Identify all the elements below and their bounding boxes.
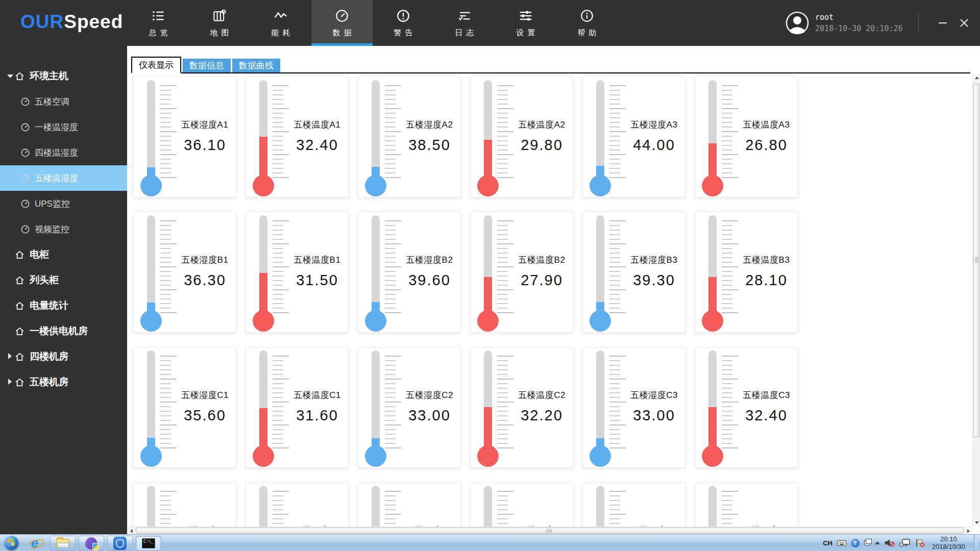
network-icon[interactable]	[899, 539, 911, 547]
sidebar-item-floor4-room[interactable]: 四楼机房	[0, 344, 127, 369]
sidebar-item-video-monitor[interactable]: 视频监控	[0, 216, 127, 242]
nav-item-energy[interactable]: 能耗	[250, 0, 311, 46]
gauge-card: 五楼温度A229.80	[470, 77, 573, 197]
sidebar-item-label: UPS监控	[35, 198, 70, 210]
nav-item-data[interactable]: 数据	[311, 0, 373, 46]
window-restore-icon[interactable]	[864, 540, 870, 545]
speaker-muted-icon[interactable]	[885, 539, 895, 547]
sidebar-item-label: 一楼温湿度	[35, 121, 78, 133]
thermometer-bulb	[590, 445, 611, 467]
sidebar-item-env-host[interactable]: 环境主机	[0, 63, 127, 89]
thermometer-icon	[586, 79, 627, 196]
taskbar-button-monitoring[interactable]	[107, 536, 133, 551]
tab-data-curve[interactable]: 数据曲线	[232, 59, 280, 72]
sidebar-item-floor1-th[interactable]: 一楼温湿度	[0, 114, 127, 140]
gauge-card: 五楼温度C232.20	[470, 347, 573, 468]
scroll-up-button[interactable]	[973, 73, 980, 82]
thermometer-scale	[385, 85, 401, 178]
sidebar-item-floor4-th[interactable]: 四楼温湿度	[0, 140, 127, 165]
gauge-card: 五楼温度B131.50	[246, 212, 349, 333]
sidebar-item-ups-monitor[interactable]: UPS监控	[0, 191, 127, 216]
thermometer-icon	[698, 79, 739, 196]
taskbar-button-command-prompt[interactable]: C:\_	[136, 536, 161, 551]
show-hidden-icons[interactable]	[875, 541, 880, 544]
sidebar-item-row-cabinet[interactable]: 列头柜	[0, 267, 127, 293]
thermometer-icon	[361, 79, 402, 196]
energy-icon	[273, 8, 288, 23]
nav-item-help[interactable]: 帮助	[556, 0, 618, 46]
user-avatar-icon[interactable]	[786, 11, 809, 35]
taskbar-button-explorer[interactable]	[50, 536, 76, 551]
show-desktop-button[interactable]	[974, 535, 978, 551]
help-tray-icon[interactable]: ?	[851, 539, 860, 547]
tab-data-info[interactable]: 数据信息	[183, 59, 231, 72]
nav-item-label: 日志	[455, 28, 478, 38]
action-center-flag-icon[interactable]	[915, 539, 925, 547]
sensor-value: 32.40	[738, 407, 795, 424]
thermometer-bulb	[477, 445, 499, 467]
language-indicator[interactable]: CH	[823, 539, 832, 547]
nav-item-map[interactable]: 地图	[189, 0, 250, 46]
thermometer-icon	[474, 214, 514, 332]
vertical-scroll-thumb[interactable]	[973, 84, 979, 437]
list-icon	[151, 8, 166, 23]
internet-explorer-icon[interactable]: e	[26, 535, 43, 550]
horizontal-scrollbar[interactable]	[127, 527, 972, 534]
sidebar-item-floor5-th[interactable]: 五楼温湿度	[0, 165, 127, 191]
nav-item-log[interactable]: 日志	[434, 0, 495, 46]
gauge-card: 五楼温度A326.80	[695, 77, 798, 197]
tab-gauge-display[interactable]: 仪表显示	[131, 57, 181, 73]
start-button[interactable]	[4, 536, 19, 550]
keyboard-icon[interactable]	[837, 540, 846, 546]
gauge-card: 五楼温度C131.60	[246, 347, 349, 468]
thermometer-bulb	[702, 445, 723, 467]
gauge-card: 五楼温度D1	[246, 482, 349, 527]
nav-item-settings[interactable]: 设置	[495, 0, 556, 46]
thermometer-scale	[385, 220, 401, 313]
taskbar-button-visual-studio[interactable]	[79, 536, 104, 551]
sidebar-item-floor5-room[interactable]: 五楼机房	[0, 369, 127, 395]
sensor-label: 五楼温度B2	[513, 254, 570, 266]
sensor-value: 39.60	[401, 272, 458, 289]
nav-item-overview[interactable]: 总览	[128, 0, 189, 46]
sensor-value: 33.00	[626, 407, 682, 424]
nav-item-alert[interactable]: 警告	[373, 0, 434, 46]
tab-bar: 仪表显示数据信息数据曲线	[131, 56, 970, 73]
nav-item-label: 警告	[394, 28, 416, 38]
thermometer-bulb	[365, 175, 386, 196]
taskbar-clock[interactable]: 20:10 2018/10/30	[930, 535, 969, 550]
logo-primary: OUR	[20, 11, 64, 32]
gauge-card: 五楼湿度A238.50	[358, 77, 461, 197]
thermometer-icon	[474, 349, 514, 467]
horizontal-scroll-thumb[interactable]	[136, 528, 964, 534]
vertical-scrollbar[interactable]	[972, 73, 980, 527]
sidebar-item-floor1-supply[interactable]: 一楼供电机房	[0, 318, 127, 344]
scroll-left-button[interactable]	[127, 527, 135, 535]
thermometer-bulb	[253, 175, 274, 196]
close-button[interactable]	[955, 14, 973, 32]
home-icon	[14, 275, 25, 286]
gauge-card: 五楼湿度A136.10	[133, 77, 236, 197]
user-datetime: 2018-10-30 20:10:26	[815, 24, 915, 33]
gauge-card: 五楼温度B227.90	[470, 212, 573, 333]
scroll-right-button[interactable]	[964, 527, 972, 535]
thermometer-scale	[609, 85, 626, 178]
thermometer-bulb	[140, 175, 162, 196]
scroll-down-button[interactable]	[973, 518, 980, 527]
sensor-label: 五楼湿度B1	[177, 254, 233, 266]
thermometer-bulb	[590, 310, 611, 332]
sensor-label: 五楼湿度B3	[626, 254, 682, 266]
clock-time: 20:10	[932, 535, 965, 543]
thermometer-bulb	[365, 310, 386, 332]
alert-icon	[396, 8, 411, 23]
thermometer-bulb	[702, 310, 723, 332]
gauge-card: 五楼湿度B339.30	[582, 212, 685, 333]
sidebar-item-power-stats[interactable]: 电量统计	[0, 293, 127, 318]
nav-item-label: 数据	[333, 28, 355, 38]
sidebar-item-power-cabinet[interactable]: 电柜	[0, 242, 127, 267]
sidebar-item-floor5-ac[interactable]: 五楼空调	[0, 89, 127, 114]
minimize-button[interactable]	[934, 14, 951, 32]
thermometer-icon	[249, 349, 290, 467]
thermometer-scale	[160, 85, 177, 178]
sensor-value: 36.10	[177, 137, 233, 154]
